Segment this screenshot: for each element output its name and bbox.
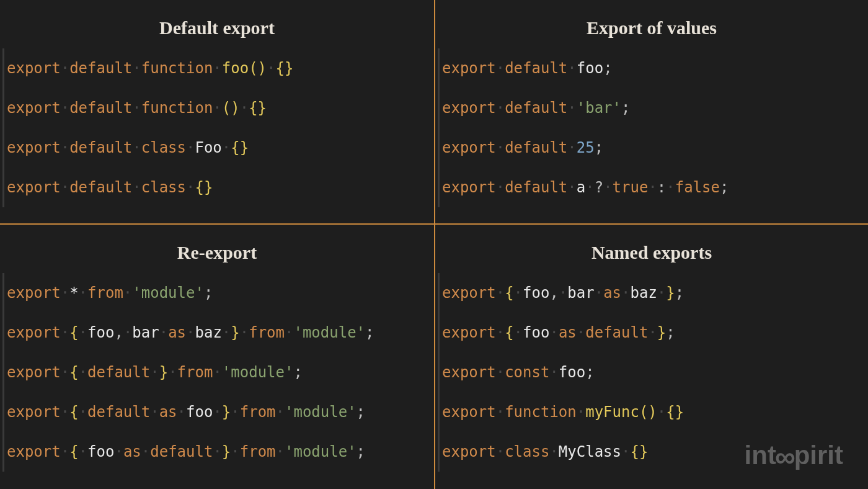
code-line: export·{·default·}·from·'module';	[2, 352, 432, 392]
code-line: export·default·a·?·true·:·false;	[438, 168, 866, 207]
watermark-logo: int∞pirit	[745, 441, 843, 470]
code-line: export·default·class·Foo·{}	[2, 128, 432, 168]
code-line: export·default·'bar';	[438, 88, 866, 128]
code-line: export·default·25;	[438, 128, 866, 168]
quadrant-re-export: Re-export export·*·from·'module';export·…	[0, 223, 434, 489]
code-list: export·default·function·foo()·{}export·d…	[0, 48, 434, 207]
quadrant-export-of-values: Export of values export·default·foo;expo…	[434, 0, 868, 223]
code-line: export·default·class·{}	[2, 168, 432, 207]
logo-part-left: int	[745, 441, 776, 470]
logo-part-right: pirit	[794, 441, 843, 470]
code-list: export·default·foo;export·default·'bar';…	[435, 48, 868, 207]
cheatsheet-grid: Default export export·default·function·f…	[0, 0, 868, 489]
code-line: export·const·foo;	[438, 352, 866, 392]
code-line: export·{·foo,·bar·as·baz·};	[438, 273, 866, 313]
code-line: export·{·foo·as·default·}·from·'module';	[2, 432, 432, 472]
quadrant-title: Default export	[0, 17, 434, 38]
code-line: export·default·function·foo()·{}	[2, 48, 432, 88]
code-line: export·{·default·as·foo·}·from·'module';	[2, 392, 432, 432]
quadrant-default-export: Default export export·default·function·f…	[0, 0, 434, 223]
code-line: export·default·foo;	[438, 48, 866, 88]
quadrant-title: Export of values	[435, 17, 868, 38]
quadrant-title: Named exports	[435, 242, 868, 263]
code-line: export·function·myFunc()·{}	[438, 392, 866, 432]
code-line: export·default·function·()·{}	[2, 88, 432, 128]
code-line: export·{·foo·as·default·};	[438, 313, 866, 352]
quadrant-title: Re-export	[0, 242, 434, 263]
code-line: export·*·from·'module';	[2, 273, 432, 313]
code-list: export·*·from·'module';export·{·foo,·bar…	[0, 273, 434, 472]
code-line: export·{·foo,·bar·as·baz·}·from·'module'…	[2, 313, 432, 352]
